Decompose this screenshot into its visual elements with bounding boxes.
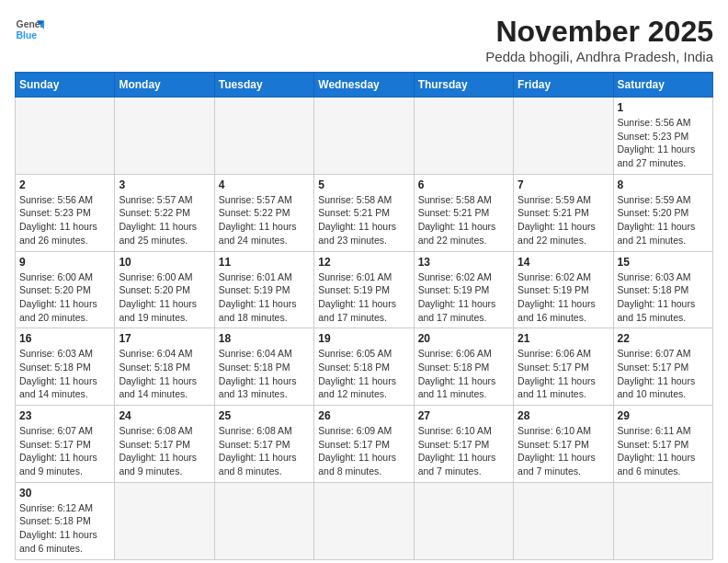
calendar-day-cell [115, 98, 214, 175]
day-info: Sunrise: 6:01 AM Sunset: 5:19 PM Dayligh… [318, 270, 409, 325]
day-number: 22 [618, 332, 709, 345]
day-info: Sunrise: 5:57 AM Sunset: 5:22 PM Dayligh… [219, 193, 310, 247]
day-number: 9 [19, 256, 110, 269]
calendar-day-cell: 15Sunrise: 6:03 AM Sunset: 5:18 PM Dayli… [613, 251, 712, 328]
calendar-day-cell: 22Sunrise: 6:07 AM Sunset: 5:17 PM Dayli… [613, 328, 712, 406]
calendar-day-cell: 18Sunrise: 6:04 AM Sunset: 5:18 PM Dayli… [214, 328, 313, 406]
day-number: 29 [618, 409, 709, 422]
day-number: 1 [618, 101, 709, 114]
calendar-day-cell: 27Sunrise: 6:10 AM Sunset: 5:17 PM Dayli… [414, 406, 513, 483]
day-info: Sunrise: 6:06 AM Sunset: 5:17 PM Dayligh… [518, 347, 609, 401]
day-info: Sunrise: 6:10 AM Sunset: 5:17 PM Dayligh… [418, 424, 509, 478]
day-info: Sunrise: 6:00 AM Sunset: 5:20 PM Dayligh… [119, 270, 210, 325]
calendar-day-header: Thursday [414, 73, 513, 98]
calendar-table: SundayMondayTuesdayWednesdayThursdayFrid… [15, 72, 713, 560]
calendar-day-cell [314, 98, 414, 175]
calendar-header-row: SundayMondayTuesdayWednesdayThursdayFrid… [16, 73, 713, 98]
calendar-day-cell: 26Sunrise: 6:09 AM Sunset: 5:17 PM Dayli… [314, 406, 414, 483]
calendar-day-cell: 29Sunrise: 6:11 AM Sunset: 5:17 PM Dayli… [613, 406, 712, 483]
day-info: Sunrise: 6:03 AM Sunset: 5:18 PM Dayligh… [19, 347, 110, 401]
day-number: 2 [19, 178, 110, 191]
calendar-day-cell: 21Sunrise: 6:06 AM Sunset: 5:17 PM Dayli… [514, 328, 613, 406]
day-info: Sunrise: 5:59 AM Sunset: 5:21 PM Dayligh… [518, 193, 609, 247]
day-number: 28 [518, 409, 609, 422]
logo-icon: General Blue [15, 15, 44, 44]
calendar-day-cell: 3Sunrise: 5:57 AM Sunset: 5:22 PM Daylig… [115, 174, 214, 251]
calendar-day-cell [214, 98, 313, 175]
day-info: Sunrise: 6:04 AM Sunset: 5:18 PM Dayligh… [219, 347, 310, 401]
calendar-day-header: Sunday [16, 73, 115, 98]
day-number: 17 [119, 332, 210, 345]
day-number: 13 [418, 256, 509, 269]
logo: General Blue [15, 15, 44, 44]
calendar-day-cell: 14Sunrise: 6:02 AM Sunset: 5:19 PM Dayli… [514, 251, 613, 328]
calendar-day-cell: 19Sunrise: 6:05 AM Sunset: 5:18 PM Dayli… [314, 328, 414, 406]
day-number: 26 [318, 409, 409, 422]
day-number: 3 [119, 178, 210, 191]
day-info: Sunrise: 6:09 AM Sunset: 5:17 PM Dayligh… [318, 424, 409, 478]
day-number: 18 [219, 332, 310, 345]
day-info: Sunrise: 6:02 AM Sunset: 5:19 PM Dayligh… [518, 270, 609, 325]
calendar-day-cell: 13Sunrise: 6:02 AM Sunset: 5:19 PM Dayli… [414, 251, 513, 328]
calendar-day-cell [514, 482, 613, 559]
calendar-day-cell [414, 482, 513, 559]
day-number: 6 [418, 178, 509, 191]
day-info: Sunrise: 6:12 AM Sunset: 5:18 PM Dayligh… [19, 501, 110, 556]
calendar-day-cell: 17Sunrise: 6:04 AM Sunset: 5:18 PM Dayli… [115, 328, 214, 406]
day-number: 8 [618, 178, 709, 191]
day-number: 20 [418, 332, 509, 345]
title-section: November 2025 Pedda bhogili, Andhra Prad… [485, 15, 713, 64]
calendar-day-header: Monday [115, 73, 214, 98]
day-number: 11 [219, 256, 310, 269]
svg-text:Blue: Blue [17, 30, 38, 40]
location: Pedda bhogili, Andhra Pradesh, India [485, 49, 713, 64]
calendar-day-cell: 12Sunrise: 6:01 AM Sunset: 5:19 PM Dayli… [314, 251, 414, 328]
month-title: November 2025 [485, 15, 713, 49]
calendar-day-cell: 16Sunrise: 6:03 AM Sunset: 5:18 PM Dayli… [16, 328, 115, 406]
calendar-day-cell: 9Sunrise: 6:00 AM Sunset: 5:20 PM Daylig… [16, 251, 115, 328]
day-number: 19 [318, 332, 409, 345]
day-number: 12 [318, 256, 409, 269]
day-info: Sunrise: 5:59 AM Sunset: 5:20 PM Dayligh… [618, 193, 709, 247]
calendar-week-row: 2Sunrise: 5:56 AM Sunset: 5:23 PM Daylig… [16, 174, 713, 251]
calendar-day-cell: 30Sunrise: 6:12 AM Sunset: 5:18 PM Dayli… [16, 482, 115, 559]
calendar-day-cell: 11Sunrise: 6:01 AM Sunset: 5:19 PM Dayli… [214, 251, 313, 328]
calendar-day-cell: 1Sunrise: 5:56 AM Sunset: 5:23 PM Daylig… [613, 98, 712, 175]
calendar-day-cell: 4Sunrise: 5:57 AM Sunset: 5:22 PM Daylig… [214, 174, 313, 251]
calendar-day-cell: 20Sunrise: 6:06 AM Sunset: 5:18 PM Dayli… [414, 328, 513, 406]
calendar-day-header: Friday [514, 73, 613, 98]
day-info: Sunrise: 5:57 AM Sunset: 5:22 PM Dayligh… [119, 193, 210, 247]
calendar-day-header: Saturday [613, 73, 712, 98]
day-info: Sunrise: 6:04 AM Sunset: 5:18 PM Dayligh… [119, 347, 210, 401]
day-number: 7 [518, 178, 609, 191]
calendar-day-cell [414, 98, 513, 175]
day-number: 30 [19, 487, 110, 500]
calendar-day-cell: 28Sunrise: 6:10 AM Sunset: 5:17 PM Dayli… [514, 406, 613, 483]
calendar-day-cell: 10Sunrise: 6:00 AM Sunset: 5:20 PM Dayli… [115, 251, 214, 328]
calendar-day-cell: 5Sunrise: 5:58 AM Sunset: 5:21 PM Daylig… [314, 174, 414, 251]
day-info: Sunrise: 6:11 AM Sunset: 5:17 PM Dayligh… [618, 424, 709, 478]
day-number: 14 [518, 256, 609, 269]
day-number: 23 [19, 409, 110, 422]
calendar-day-cell [214, 482, 313, 559]
day-info: Sunrise: 5:56 AM Sunset: 5:23 PM Dayligh… [19, 193, 110, 247]
calendar-week-row: 16Sunrise: 6:03 AM Sunset: 5:18 PM Dayli… [16, 328, 713, 406]
day-number: 27 [418, 409, 509, 422]
day-number: 10 [119, 256, 210, 269]
calendar-day-cell [314, 482, 414, 559]
calendar-week-row: 9Sunrise: 6:00 AM Sunset: 5:20 PM Daylig… [16, 251, 713, 328]
calendar-day-cell: 24Sunrise: 6:08 AM Sunset: 5:17 PM Dayli… [115, 406, 214, 483]
day-number: 21 [518, 332, 609, 345]
day-info: Sunrise: 5:58 AM Sunset: 5:21 PM Dayligh… [318, 193, 409, 247]
day-number: 4 [219, 178, 310, 191]
calendar-day-cell [115, 482, 214, 559]
page-header: General Blue November 2025 Pedda bhogili… [15, 15, 713, 64]
calendar-week-row: 1Sunrise: 5:56 AM Sunset: 5:23 PM Daylig… [16, 98, 713, 175]
calendar-day-cell: 8Sunrise: 5:59 AM Sunset: 5:20 PM Daylig… [613, 174, 712, 251]
calendar-day-cell [613, 482, 712, 559]
calendar-day-cell: 2Sunrise: 5:56 AM Sunset: 5:23 PM Daylig… [16, 174, 115, 251]
day-info: Sunrise: 6:01 AM Sunset: 5:19 PM Dayligh… [219, 270, 310, 325]
calendar-week-row: 30Sunrise: 6:12 AM Sunset: 5:18 PM Dayli… [16, 482, 713, 559]
day-number: 16 [19, 332, 110, 345]
day-info: Sunrise: 6:05 AM Sunset: 5:18 PM Dayligh… [318, 347, 409, 401]
